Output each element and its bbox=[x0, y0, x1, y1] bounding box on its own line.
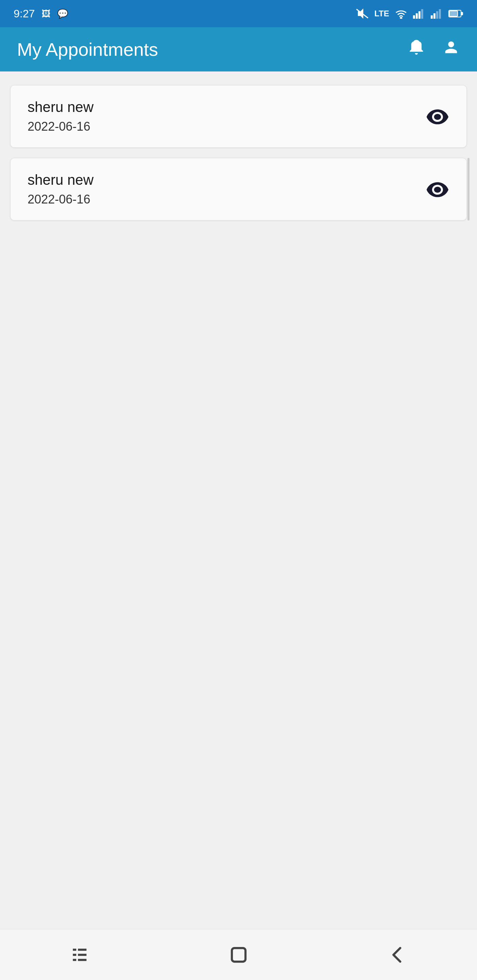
lte-icon: LTE bbox=[374, 9, 389, 18]
appointment-card-1[interactable]: sheru new 2022-06-16 bbox=[10, 85, 467, 148]
image-icon: 🖼 bbox=[41, 8, 50, 19]
notification-bell-icon[interactable] bbox=[408, 38, 425, 60]
appointment-card-2[interactable]: sheru new 2022-06-16 bbox=[10, 158, 467, 221]
appointment-date-1: 2022-06-16 bbox=[27, 119, 94, 134]
svg-rect-9 bbox=[436, 11, 438, 19]
app-header: My Appointments bbox=[0, 27, 477, 72]
main-content: sheru new 2022-06-16 sheru new 2022-06-1… bbox=[0, 72, 477, 929]
svg-rect-5 bbox=[418, 11, 421, 19]
appointment-info-2: sheru new 2022-06-16 bbox=[27, 172, 94, 207]
svg-point-2 bbox=[400, 18, 402, 19]
appointment-card-2-wrapper: sheru new 2022-06-16 bbox=[10, 158, 467, 221]
status-bar: 9:27 🖼 💬 LTE bbox=[0, 0, 477, 27]
signal2-icon bbox=[431, 8, 443, 19]
scrollbar bbox=[467, 158, 469, 221]
status-bar-left: 9:27 🖼 💬 bbox=[14, 8, 68, 20]
appointment-date-2: 2022-06-16 bbox=[27, 192, 94, 207]
status-bar-right: LTE bbox=[356, 8, 463, 19]
svg-rect-10 bbox=[439, 9, 441, 19]
svg-rect-3 bbox=[413, 15, 415, 19]
appointment-name-1: sheru new bbox=[27, 99, 94, 115]
svg-rect-12 bbox=[461, 12, 463, 15]
svg-marker-1 bbox=[358, 8, 363, 19]
svg-rect-8 bbox=[434, 13, 436, 19]
battery-icon bbox=[448, 9, 463, 18]
svg-rect-22 bbox=[232, 948, 246, 962]
svg-point-14 bbox=[435, 115, 440, 119]
whatsapp-icon: 💬 bbox=[57, 8, 68, 19]
mute-icon bbox=[356, 8, 369, 19]
content-spacer bbox=[10, 231, 467, 915]
page-title: My Appointments bbox=[17, 39, 158, 60]
view-icon-1[interactable] bbox=[426, 105, 450, 128]
recent-apps-button[interactable] bbox=[63, 938, 97, 972]
profile-icon[interactable] bbox=[442, 38, 460, 60]
appointment-info-1: sheru new 2022-06-16 bbox=[27, 99, 94, 134]
svg-rect-13 bbox=[450, 11, 458, 16]
home-button[interactable] bbox=[222, 938, 256, 972]
svg-rect-4 bbox=[416, 13, 418, 19]
svg-rect-6 bbox=[421, 9, 423, 19]
bottom-nav bbox=[0, 929, 477, 980]
svg-rect-7 bbox=[431, 15, 433, 19]
svg-point-15 bbox=[435, 187, 440, 192]
wifi-icon bbox=[395, 8, 408, 19]
signal1-icon bbox=[413, 8, 425, 19]
status-time: 9:27 bbox=[14, 8, 35, 20]
appointment-name-2: sheru new bbox=[27, 172, 94, 188]
back-button[interactable] bbox=[381, 938, 415, 972]
view-icon-2[interactable] bbox=[426, 177, 450, 201]
header-actions bbox=[408, 38, 460, 60]
